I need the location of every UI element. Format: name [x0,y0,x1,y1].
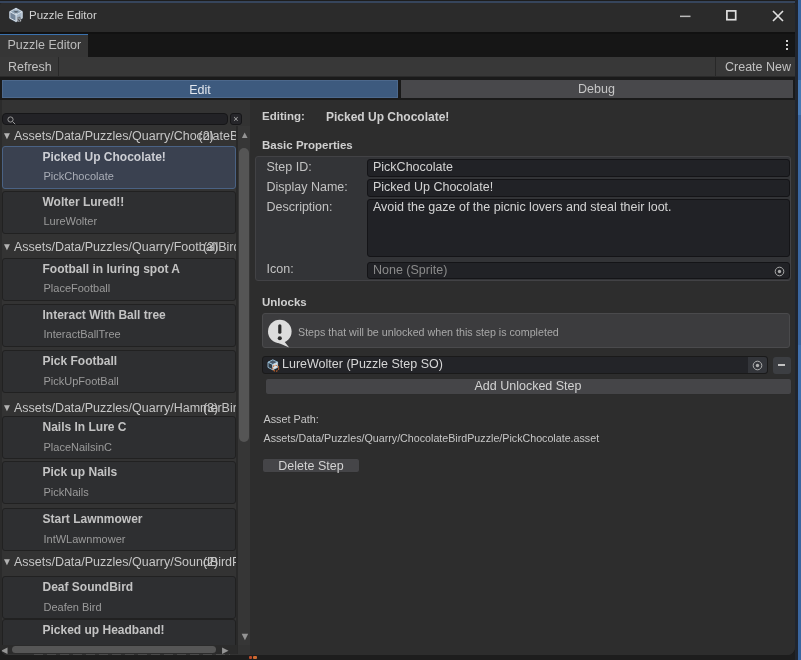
svg-text:6: 6 [17,15,22,23]
